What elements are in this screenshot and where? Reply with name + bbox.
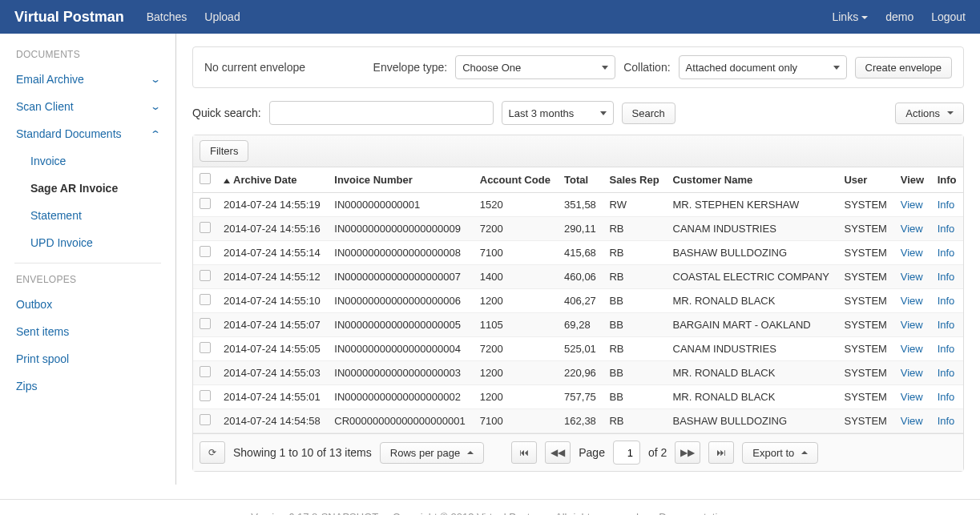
info-link[interactable]: Info	[938, 223, 955, 235]
no-envelope-label: No current envelope	[204, 61, 305, 74]
first-page-button[interactable]: ⏮	[511, 441, 537, 464]
cell-total: 290,11	[558, 217, 603, 241]
row-checkbox[interactable]	[200, 270, 211, 281]
col-sales-rep[interactable]: Sales Rep	[603, 167, 666, 193]
cell-account-code: 7100	[474, 409, 558, 433]
sidebar-item-scan-client[interactable]: Scan Client⌄	[0, 93, 175, 120]
cell-user: SYSTEM	[837, 337, 893, 361]
last-icon: ⏭	[716, 447, 726, 458]
collation-label: Collation:	[623, 61, 670, 74]
view-link[interactable]: View	[901, 271, 923, 283]
nav-links[interactable]: Links	[832, 10, 868, 23]
cell-customer-name: BASHAW BULLDOZING	[667, 409, 838, 433]
view-link[interactable]: View	[901, 391, 923, 403]
info-link[interactable]: Info	[938, 343, 955, 355]
nav-batches[interactable]: Batches	[147, 10, 188, 23]
footer-documentation[interactable]: Documentation	[659, 511, 728, 515]
cell-customer-name: BASHAW BULLDOZING	[667, 241, 838, 265]
info-link[interactable]: Info	[938, 271, 955, 283]
refresh-button[interactable]: ⟳	[200, 441, 225, 464]
cell-archive-date: 2014-07-24 14:55:19	[217, 193, 328, 217]
cell-archive-date: 2014-07-24 14:55:16	[217, 217, 328, 241]
actions-button[interactable]: Actions	[895, 103, 964, 124]
nav-demo[interactable]: demo	[885, 10, 913, 23]
page-label: Page	[579, 446, 605, 459]
last-page-button[interactable]: ⏭	[708, 441, 734, 464]
table-row: 2014-07-24 14:55:10IN0000000000000000000…	[193, 289, 963, 313]
col-label: Archive Date	[233, 174, 296, 186]
view-link[interactable]: View	[901, 319, 923, 331]
view-link[interactable]: View	[901, 199, 923, 211]
search-button[interactable]: Search	[622, 103, 676, 124]
select-all-checkbox[interactable]	[200, 173, 211, 184]
prev-page-button[interactable]: ◀◀	[545, 441, 571, 464]
sidebar-item-sage-ar-invoice[interactable]: Sage AR Invoice	[0, 175, 175, 202]
sidebar-item-invoice[interactable]: Invoice	[0, 147, 175, 175]
date-range-select[interactable]: Last 3 months	[502, 101, 614, 125]
cell-account-code: 1105	[474, 313, 558, 337]
info-link[interactable]: Info	[938, 415, 955, 427]
col-invoice-number[interactable]: Invoice Number	[328, 167, 473, 193]
view-link[interactable]: View	[901, 367, 923, 379]
nav-logout[interactable]: Logout	[931, 10, 966, 23]
col-total[interactable]: Total	[558, 167, 603, 193]
view-link[interactable]: View	[901, 223, 923, 235]
cell-total: 69,28	[558, 313, 603, 337]
sidebar-item-standard-documents[interactable]: Standard Documents⌄	[0, 120, 175, 147]
row-checkbox[interactable]	[200, 222, 211, 233]
col-archive-date[interactable]: Archive Date	[217, 167, 328, 193]
sidebar-item-statement[interactable]: Statement	[0, 202, 175, 229]
sidebar-item-upd-invoice[interactable]: UPD Invoice	[0, 229, 175, 256]
row-checkbox[interactable]	[200, 414, 211, 425]
col-user[interactable]: User	[837, 167, 893, 193]
filters-button[interactable]: Filters	[200, 140, 248, 162]
nav-upload[interactable]: Upload	[204, 10, 240, 23]
sidebar-item-zips[interactable]: Zips	[0, 372, 175, 400]
row-checkbox[interactable]	[200, 342, 211, 353]
info-link[interactable]: Info	[938, 199, 955, 211]
row-checkbox[interactable]	[200, 198, 211, 209]
export-to-button[interactable]: Export to	[742, 442, 818, 464]
chevron-down-icon	[947, 111, 954, 115]
info-link[interactable]: Info	[938, 367, 955, 379]
collation-select[interactable]: Attached document only	[679, 55, 847, 79]
cell-archive-date: 2014-07-24 14:55:07	[217, 313, 328, 337]
cell-customer-name: MR. RONALD BLACK	[667, 361, 838, 385]
row-checkbox[interactable]	[200, 294, 211, 305]
view-link[interactable]: View	[901, 415, 923, 427]
sidebar-item-sent-items[interactable]: Sent items	[0, 318, 175, 345]
view-link[interactable]: View	[901, 247, 923, 259]
nav-links-label: Links	[832, 10, 858, 23]
info-link[interactable]: Info	[938, 319, 955, 331]
cell-sales-rep: BB	[603, 313, 666, 337]
col-customer-name[interactable]: Customer Name	[667, 167, 838, 193]
sidebar-item-print-spool[interactable]: Print spool	[0, 345, 175, 372]
cell-customer-name: MR. STEPHEN KERSHAW	[667, 193, 838, 217]
info-link[interactable]: Info	[938, 247, 955, 259]
table-row: 2014-07-24 14:55:19IN0000000000001152035…	[193, 193, 963, 217]
info-link[interactable]: Info	[938, 391, 955, 403]
select-value: Last 3 months	[509, 107, 575, 119]
cell-account-code: 7200	[474, 217, 558, 241]
view-link[interactable]: View	[901, 295, 923, 307]
row-checkbox[interactable]	[200, 390, 211, 401]
view-link[interactable]: View	[901, 343, 923, 355]
row-checkbox[interactable]	[200, 366, 211, 377]
quick-search-input[interactable]	[269, 101, 494, 125]
page-input[interactable]	[613, 441, 640, 465]
info-link[interactable]: Info	[938, 295, 955, 307]
sidebar-item-outbox[interactable]: Outbox	[0, 291, 175, 318]
envelope-type-select[interactable]: Choose One	[455, 55, 615, 79]
next-page-button[interactable]: ▶▶	[675, 441, 700, 464]
create-envelope-button[interactable]: Create envelope	[855, 57, 952, 78]
col-account-code[interactable]: Account Code	[474, 167, 558, 193]
cell-customer-name: CANAM INDUSTRIES	[667, 217, 838, 241]
row-checkbox[interactable]	[200, 318, 211, 329]
cell-invoice-number: IN00000000000000000005	[328, 313, 473, 337]
cell-customer-name: COASTAL ELECTRIC COMPANY	[667, 265, 838, 289]
cell-user: SYSTEM	[837, 193, 893, 217]
rows-per-page-button[interactable]: Rows per page	[380, 442, 484, 464]
row-checkbox[interactable]	[200, 246, 211, 257]
table-row: 2014-07-24 14:54:58CR0000000000000000000…	[193, 409, 963, 433]
sidebar-item-email-archive[interactable]: Email Archive⌄	[0, 66, 175, 93]
